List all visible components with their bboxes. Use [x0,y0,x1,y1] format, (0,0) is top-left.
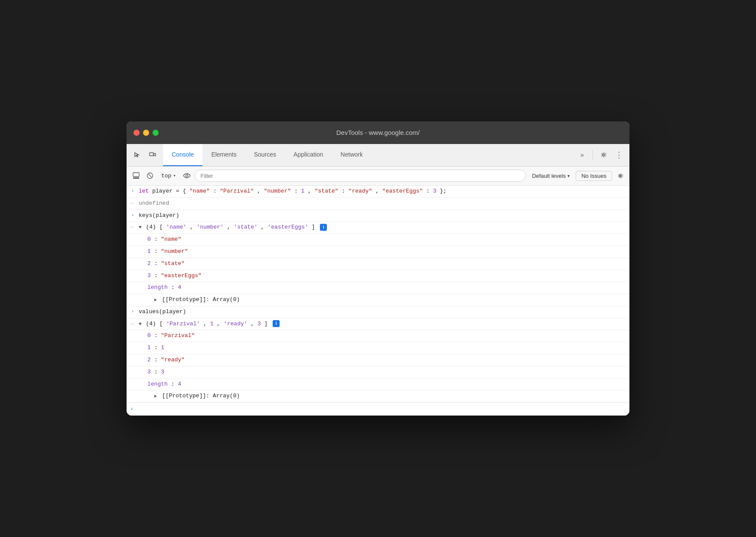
prompt-arrow-icon: › [130,405,134,414]
info-badge-keys[interactable]: i [320,224,327,231]
tab-console[interactable]: Console [163,144,202,166]
console-line-val-0: 0 : "Parzival" [127,330,629,342]
svg-line-5 [148,174,152,177]
key-item-0: 0 : "name" [139,235,626,245]
console-line-length-2: length : 4 [127,379,629,391]
undefined-output: undefined [139,199,626,209]
console-line-keys-input: › keys(player) [127,210,629,222]
input-arrow-2: › [127,211,139,219]
settings-button[interactable] [596,148,610,162]
tab-bar: Console Elements Sources Application Net… [127,144,629,167]
no-issues-button[interactable]: No Issues [576,171,612,181]
tab-network[interactable]: Network [332,144,371,166]
val-item-3: 3 : 3 [139,367,626,377]
output-arrow-3: ← [127,319,139,328]
svg-rect-3 [133,177,139,179]
output-arrow: ← [127,199,139,208]
console-line-undefined: ← undefined [127,198,629,210]
console-settings-button[interactable] [614,170,626,182]
console-line-proto-2: ▶ [[Prototype]]: Array(0) [127,390,629,403]
length-item-1: length : 4 [139,283,626,293]
window-title: DevTools - www.google.com/ [336,129,420,136]
console-line-key-1: 1 : "number" [127,246,629,258]
console-input[interactable] [137,406,626,413]
divider [593,150,593,160]
console-line-val-2: 2 : "ready" [127,354,629,367]
filter-input[interactable] [195,170,526,182]
console-line-key-2: 2 : "state" [127,258,629,270]
chevron-right-icon: » [580,151,584,158]
tab-bar-left-actions [127,144,163,166]
default-levels-button[interactable]: Default levels ▾ [528,171,574,180]
values-result-content: ▼ (4) [ 'Parzival' , 1 , 'ready' , 3 ] i [139,319,626,329]
str-name-key: "name" [189,188,210,194]
no-issues-label: No Issues [581,173,606,179]
title-bar: DevTools - www.google.com/ [127,121,629,144]
inspect-element-button[interactable] [130,148,144,162]
tabs: Console Elements Sources Application Net… [163,144,572,166]
console-line-values-result: ← ▼ (4) [ 'Parzival' , 1 , 'ready' , 3 ]… [127,318,629,331]
val-item-0: 0 : "Parzival" [139,331,626,341]
tab-application[interactable]: Application [285,144,332,166]
svg-rect-2 [133,173,139,177]
tab-sources[interactable]: Sources [245,144,285,166]
key-item-2: 2 : "state" [139,259,626,269]
key-item-1: 1 : "number" [139,247,626,257]
svg-rect-1 [154,154,156,156]
minimize-button[interactable] [143,130,149,136]
proto-item-1: ▶ [[Prototype]]: Array(0) [139,295,626,305]
console-line-val-1: 1 : 1 [127,342,629,354]
console-output: › let player = { "name" : "Parzival" , "… [127,186,629,416]
context-selector[interactable]: top ▾ [158,172,179,180]
dropdown-arrow-icon: ▾ [173,173,176,178]
str-state-val: "ready" [349,188,372,194]
info-badge-values[interactable]: i [273,320,280,327]
default-levels-label: Default levels [532,173,566,179]
console-toolbar: top ▾ Default levels ▾ No Issues [127,167,629,186]
expand-triangle-values[interactable]: ▼ [139,321,142,327]
clear-console-button[interactable] [144,170,156,182]
console-line-length-1: length : 4 [127,282,629,294]
maximize-button[interactable] [153,130,159,136]
show-console-drawer-button[interactable] [130,170,142,182]
expand-triangle-keys[interactable]: ▼ [139,225,142,230]
main-menu-button[interactable]: ⋮ [612,148,626,162]
tab-elements[interactable]: Elements [202,144,245,166]
keys-result-content: ▼ (4) [ 'name' , 'number' , 'state' , 'e… [139,223,626,232]
line-content-1: let player = { "name" : "Parzival" , "nu… [139,187,626,196]
tab-bar-right-actions: » ⋮ [572,144,629,166]
values-call: values(player) [139,307,626,317]
context-label: top [161,173,171,179]
num-3: 3 [433,188,437,194]
val-item-1: 1 : 1 [139,343,626,353]
num-1: 1 [301,188,305,194]
console-line-keys-result: ← ▼ (4) [ 'name' , 'number' , 'state' , … [127,222,629,234]
console-line-proto-1: ▶ [[Prototype]]: Array(0) [127,294,629,306]
more-tabs-button[interactable]: » [575,148,589,162]
traffic-lights [134,130,159,136]
str-eastereggs-key: "easterEggs" [382,188,423,194]
proto-arrow-icon[interactable]: ▶ [154,298,157,302]
console-line-key-3: 3 : "easterEggs" [127,270,629,282]
device-toolbar-button[interactable] [146,148,160,162]
str-number-key: "number" [264,188,291,194]
filter-wrap [195,170,526,182]
ellipsis-icon: ⋮ [615,150,623,160]
length-item-2: length : 4 [139,380,626,390]
prompt-line: › [127,403,629,416]
proto-arrow-icon-2[interactable]: ▶ [154,394,157,399]
devtools-window: DevTools - www.google.com/ Console Eleme… [127,121,629,416]
console-line-val-3: 3 : 3 [127,367,629,379]
svg-point-6 [186,175,188,177]
eye-button[interactable] [181,170,193,182]
proto-item-2: ▶ [[Prototype]]: Array(0) [139,391,626,401]
keyword-let: let [139,188,152,194]
key-item-3: 3 : "easterEggs" [139,271,626,281]
console-line-input-1: › let player = { "name" : "Parzival" , "… [127,186,629,198]
input-arrow-3: › [127,307,139,316]
close-button[interactable] [134,130,140,136]
dropdown-arrow-icon-2: ▾ [567,174,570,178]
input-arrow: › [127,187,139,195]
var-name: player = { [152,188,189,194]
svg-rect-0 [150,153,153,156]
